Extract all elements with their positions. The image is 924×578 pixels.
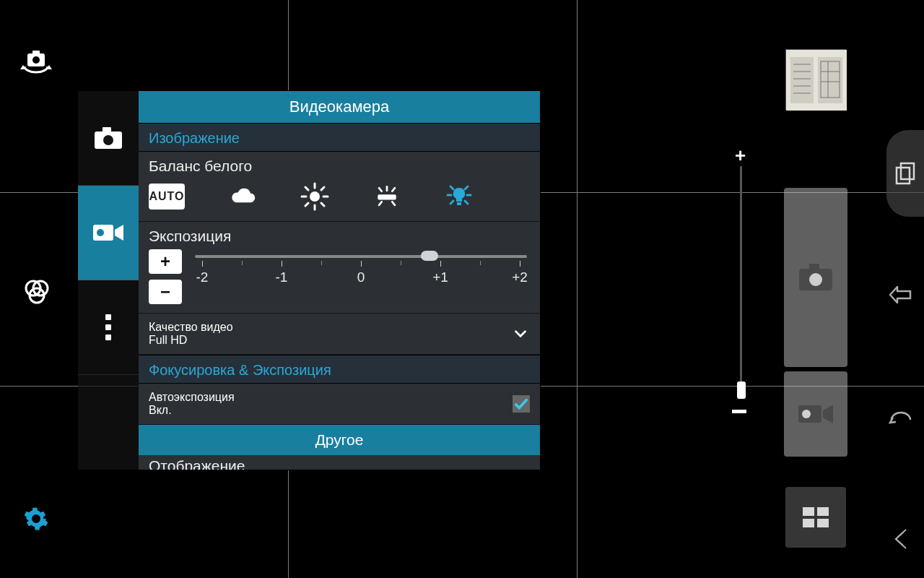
- svg-line-19: [305, 203, 308, 206]
- svg-line-31: [465, 201, 468, 204]
- sun-icon: [300, 182, 329, 211]
- svg-rect-52: [803, 519, 814, 527]
- stacked-rects-icon: [895, 162, 915, 185]
- svg-point-47: [809, 273, 822, 286]
- svg-rect-20: [378, 194, 396, 199]
- switch-camera-icon: [20, 49, 52, 75]
- chevron-down-icon: [511, 324, 530, 343]
- svg-rect-32: [457, 202, 461, 205]
- more-vertical-icon: [105, 314, 111, 340]
- tab-photo[interactable]: [78, 91, 139, 186]
- wb-incandescent-button[interactable]: [445, 182, 474, 211]
- grid-line: [577, 0, 578, 578]
- zoom-minus-icon: [732, 410, 746, 413]
- cloud-icon: [228, 186, 257, 207]
- exposure-slider[interactable]: -2 . -1 . 0 . +1 . +2: [192, 249, 530, 285]
- svg-rect-7: [103, 127, 111, 133]
- camera-icon: [796, 262, 835, 293]
- svg-rect-50: [803, 507, 814, 516]
- nav-expand-button[interactable]: [888, 526, 914, 552]
- recent-apps-button[interactable]: [886, 130, 924, 217]
- tick-label: -2: [191, 269, 213, 285]
- section-focus: Фокусировка & Экспозиция: [139, 355, 540, 384]
- exposure-row: Экспозиция + − -2 . -1 . 0 . +1 . +2: [139, 222, 540, 314]
- mode-picker-button[interactable]: [785, 487, 846, 548]
- ae-checkbox[interactable]: [513, 395, 530, 413]
- wb-fluorescent-button[interactable]: [372, 182, 401, 211]
- tick-label: -1: [271, 269, 292, 285]
- tab-empty: [78, 375, 139, 470]
- tick-label: +2: [509, 269, 531, 285]
- camera-settings-panel: Видеокамера Изображение Баланс белого AU…: [139, 91, 540, 470]
- fluorescent-icon: [372, 184, 401, 209]
- switch-camera-button[interactable]: [20, 49, 52, 75]
- check-icon: [513, 396, 529, 412]
- wb-cloudy-button[interactable]: [228, 182, 257, 211]
- cutoff-row: Отображение: [139, 455, 540, 470]
- wb-label: Баланс белого: [149, 158, 530, 175]
- svg-point-8: [103, 135, 113, 145]
- filters-button[interactable]: [20, 277, 52, 306]
- svg-rect-54: [897, 168, 910, 184]
- svg-line-25: [392, 202, 395, 205]
- color-filters-icon: [22, 277, 51, 306]
- panel-title: Видеокамера: [139, 91, 540, 123]
- exposure-label: Экспозиция: [149, 228, 530, 245]
- tick-label: 0: [350, 269, 372, 285]
- svg-rect-53: [817, 519, 829, 527]
- videocam-icon: [796, 401, 836, 427]
- panel-footer[interactable]: Другое: [139, 425, 540, 455]
- shutter-video-button[interactable]: [784, 371, 847, 457]
- bulb-icon: [445, 182, 474, 211]
- white-balance-row: Баланс белого AUTO: [139, 152, 540, 222]
- settings-tab-column: [78, 91, 139, 470]
- wb-daylight-button[interactable]: [300, 182, 329, 211]
- svg-point-10: [97, 229, 104, 236]
- video-quality-row[interactable]: Качество видео Full HD: [139, 314, 540, 355]
- zoom-slider[interactable]: +: [732, 144, 752, 413]
- wb-auto-button[interactable]: AUTO: [149, 184, 185, 210]
- nav-home-button[interactable]: [888, 405, 914, 431]
- svg-point-11: [310, 191, 320, 202]
- triangle-left-icon: [893, 528, 909, 550]
- svg-line-29: [465, 186, 468, 189]
- ae-value: Вкл.: [149, 404, 235, 417]
- auto-exposure-row[interactable]: Автоэкспозиция Вкл.: [139, 384, 540, 425]
- tick-label: +1: [430, 269, 451, 285]
- svg-rect-1: [32, 51, 40, 55]
- gear-icon: [23, 506, 49, 532]
- svg-line-18: [321, 187, 324, 190]
- svg-rect-51: [817, 507, 829, 516]
- section-image: Изображение: [139, 123, 540, 152]
- svg-point-2: [32, 56, 40, 64]
- tab-video[interactable]: [78, 186, 139, 280]
- svg-line-16: [305, 187, 308, 190]
- back-icon: [889, 284, 913, 306]
- svg-line-30: [450, 201, 453, 204]
- exposure-plus-button[interactable]: +: [149, 249, 182, 274]
- svg-line-24: [379, 202, 382, 205]
- camera-icon: [93, 126, 123, 150]
- settings-button[interactable]: [20, 506, 52, 532]
- videocam-icon: [92, 222, 125, 243]
- right-mode-column: [780, 43, 852, 549]
- zoom-thumb[interactable]: [737, 381, 746, 399]
- system-nav-rail: [878, 0, 924, 578]
- svg-point-49: [802, 410, 811, 418]
- left-icon-column: [14, 0, 65, 578]
- home-loop-icon: [889, 407, 913, 428]
- grid-icon: [801, 506, 830, 529]
- exposure-minus-button[interactable]: −: [149, 280, 182, 304]
- tab-more[interactable]: [78, 280, 139, 375]
- zoom-plus-icon: +: [735, 144, 746, 167]
- nav-back-button[interactable]: [888, 282, 914, 308]
- gallery-thumbnail[interactable]: [785, 49, 846, 110]
- svg-rect-55: [901, 163, 914, 179]
- svg-line-22: [379, 188, 382, 191]
- quality-label: Качество видео: [149, 321, 233, 334]
- shutter-photo-button[interactable]: [784, 188, 847, 367]
- ae-label: Автоэкспозиция: [149, 391, 235, 404]
- zoom-track: [740, 166, 742, 396]
- svg-line-28: [450, 186, 453, 189]
- svg-rect-35: [818, 57, 842, 103]
